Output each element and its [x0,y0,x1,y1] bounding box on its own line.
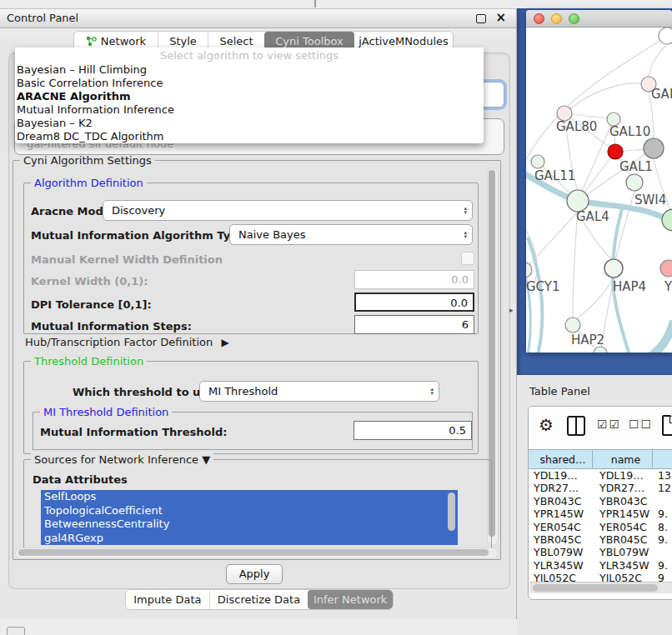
cell[interactable]: YDR27… [529,482,593,494]
cell[interactable]: 9. [653,533,672,546]
mi-algorithm-type-combo[interactable]: Naive Bayes ▴▾ [229,224,473,245]
list-item[interactable]: TopologicalCoefficient [41,504,458,518]
manual-kernel-width-label: Manual Kernel Width Definition [31,253,223,266]
cell[interactable]: YBL079W [529,546,593,558]
kernel-width-field[interactable]: 0.0 [354,270,474,289]
cell[interactable]: YPR145W [593,508,653,520]
table-row[interactable]: YLR345W YLR345W 9. [529,559,672,572]
menu-item[interactable]: Bayesian – Hill Climbing [15,63,484,77]
data-attributes-list[interactable]: SelfLoops TopologicalCoefficient Between… [41,490,458,545]
collapse-arrow-icon[interactable]: ▼ [202,453,210,466]
table-row[interactable]: YBR043C YBR043C [529,495,672,508]
table-toolbar: ⚙ ☑☑ ☐☐ [529,407,672,448]
cell[interactable]: YBL079W [593,546,653,558]
settings-horizontal-scrollbar[interactable] [15,548,499,559]
settings-hscroll-thumb[interactable] [18,549,489,556]
node[interactable] [659,28,672,44]
cell[interactable]: 8. [653,521,672,533]
cell[interactable]: YDL19… [529,469,593,482]
float-window-icon[interactable] [476,14,486,23]
tab-discretize-data[interactable]: Discretize Data [209,590,308,609]
hub-definition-expander[interactable]: Hub/Transcription Factor Definition ▶ [25,336,229,348]
select-all-checkboxes-icon[interactable]: ☑☑ [597,418,621,431]
tab-impute-data[interactable]: Impute Data [126,590,209,609]
sources-title[interactable]: Sources for Network Inference ▼ [31,453,213,466]
mi-threshold-field[interactable]: 0.5 [354,421,472,440]
gear-icon[interactable]: ⚙ [539,415,554,435]
network-window-titlebar[interactable] [526,10,672,28]
expand-arrow-icon[interactable]: ▶ [221,337,228,348]
cell[interactable]: YLR345W [529,559,593,572]
mi-threshold-definition-title: MI Threshold Definition [40,406,172,418]
table-row[interactable]: YBR045C YBR045C 9. [529,533,672,546]
cell[interactable] [653,495,672,508]
deselect-all-checkboxes-icon[interactable]: ☐☐ [629,418,653,431]
menu-item[interactable]: Basic Correlation Inference [15,77,484,90]
table-hscroll-thumb[interactable] [533,584,658,592]
corner-button[interactable] [7,627,25,635]
mi-steps-field[interactable]: 6 [354,315,474,334]
cell[interactable]: YBR043C [593,495,653,508]
column-header[interactable]: shared… [529,449,593,469]
node-gal11[interactable] [531,155,544,168]
cell[interactable]: YER054C [529,521,593,533]
cell[interactable]: 13 [653,469,672,482]
table-row[interactable]: YER054C YER054C 8. [529,521,672,533]
list-item[interactable]: BetweennessCentrality [41,518,458,532]
cell[interactable]: YBR043C [529,495,593,508]
list-vscroll-thumb[interactable] [448,492,455,531]
node-gal1[interactable] [626,174,643,191]
node[interactable] [594,347,607,352]
menu-item[interactable]: Mutual Information Inference [15,103,484,117]
column-header[interactable]: name [593,449,653,469]
menu-item[interactable]: Bayesian – K2 [15,117,484,130]
minimize-traffic-light-icon[interactable] [551,13,562,24]
cell[interactable]: 9. [653,559,672,572]
menu-item-selected[interactable]: ARACNE Algorithm [15,90,484,103]
cell[interactable]: YDL19… [593,469,653,482]
node-hap2[interactable] [565,318,580,332]
table-horizontal-scrollbar[interactable] [529,582,672,593]
aracne-mode-combo[interactable]: Discovery ▴▾ [103,200,473,221]
columns-icon[interactable] [567,416,585,436]
cell[interactable]: YER054C [593,521,653,533]
cell[interactable]: YDR27… [593,482,653,494]
node-hap4[interactable] [604,259,623,278]
cell[interactable] [653,546,672,558]
column-header[interactable] [653,449,672,469]
cell[interactable]: YLR345W [593,559,653,572]
node-gray[interactable] [644,138,664,158]
close-icon[interactable]: × [495,10,506,25]
table-row[interactable]: YDR27… YDR27… 12 [529,482,672,494]
node-red-selected[interactable] [608,144,623,159]
cell[interactable]: YPR145W [529,508,593,520]
list-item[interactable]: SelfLoops [41,490,458,504]
node-gcy1[interactable] [526,262,532,278]
tab-infer-network[interactable]: Infer Network [308,590,393,609]
cell[interactable]: YBR045C [529,533,593,546]
network-view-window[interactable]: GAL80 GAL10 GAL1 GAL11 SWI4 GAL4 GCY1 HA… [526,10,672,352]
tab-select-label: Select [219,35,253,48]
table-row[interactable]: YDL19… YDL19… 13 [529,469,672,482]
split-pane-arrow-icon[interactable]: ▸ [509,306,514,314]
dpi-tolerance-field[interactable]: 0.0 [354,292,474,312]
mi-threshold-label: Mutual Information Threshold: [40,426,227,438]
menu-item[interactable]: Dream8 DC_TDC Algorithm [15,130,484,143]
cell[interactable]: YBR045C [593,533,653,546]
zoom-traffic-light-icon[interactable] [569,13,579,24]
table-row[interactable]: YPR145W YPR145W 9. [529,508,672,520]
cell[interactable]: 9. [653,508,672,520]
list-item[interactable]: gal4RGexp [41,532,458,546]
cyni-algorithm-settings-group: Cyni Algorithm Settings Algorithm Defini… [13,160,501,560]
cell[interactable]: 12 [653,482,672,494]
dpi-tolerance-label: DPI Tolerance [0,1]: [31,298,152,311]
node-swi4[interactable] [662,209,672,231]
close-traffic-light-icon[interactable] [534,13,544,24]
apply-button[interactable]: Apply [226,564,283,584]
export-table-icon[interactable] [662,415,672,436]
manual-kernel-width-checkbox[interactable] [461,252,474,265]
network-canvas[interactable]: GAL80 GAL10 GAL1 GAL11 SWI4 GAL4 GCY1 HA… [526,28,672,352]
table-row[interactable]: YBL079W YBL079W [529,546,672,558]
node-pink[interactable] [660,260,672,277]
which-threshold-combo[interactable]: MI Threshold ▴▾ [199,381,439,402]
